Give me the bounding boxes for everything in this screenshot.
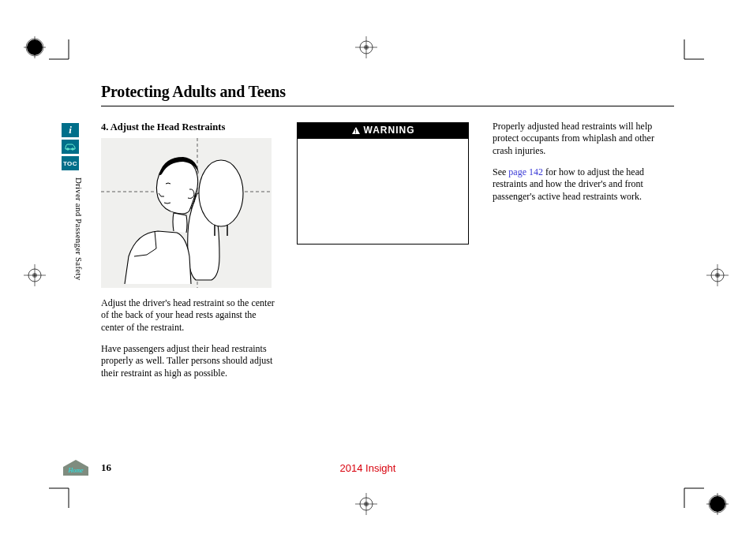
column-2: ! WARNING (297, 121, 475, 389)
svg-point-29 (709, 495, 726, 513)
body-text-fragment: See (493, 166, 508, 177)
svg-point-37 (199, 160, 243, 226)
warning-box: ! WARNING (297, 122, 469, 245)
page-title: Protecting Adults and Teens (101, 83, 674, 106)
body-text: Adjust the driver's head restraint so th… (101, 297, 279, 334)
svg-point-1 (26, 39, 43, 56)
svg-point-13 (32, 273, 37, 278)
body-text: Have passengers adjust their head restra… (101, 343, 279, 379)
document-label: 2014 Insight (340, 462, 396, 474)
crop-mark-icon (49, 39, 77, 68)
sidebar-nav: i TOC (62, 123, 79, 170)
svg-point-23 (364, 502, 369, 506)
page-reference-link[interactable]: page 142 (508, 166, 543, 177)
registration-mark-icon (706, 493, 725, 512)
svg-point-17 (715, 273, 720, 278)
svg-point-12 (28, 269, 41, 282)
svg-point-0 (27, 39, 43, 55)
home-label: Home (67, 467, 84, 474)
crop-mark-icon (676, 39, 704, 68)
crop-mark-icon (676, 480, 704, 508)
car-icon-button[interactable] (62, 140, 79, 154)
body-text: See page 142 for how to adjust the head … (493, 166, 671, 203)
toc-label: TOC (63, 160, 77, 167)
registration-mark-icon (24, 264, 43, 283)
svg-text:!: ! (354, 129, 357, 134)
step-heading: 4. Adjust the Head Restraints (101, 121, 279, 133)
svg-point-22 (360, 498, 373, 510)
column-3: Properly adjusted head restraints will h… (493, 121, 671, 389)
crop-mark-icon (49, 480, 77, 508)
svg-point-6 (360, 41, 373, 54)
info-icon: i (69, 124, 72, 136)
svg-point-28 (710, 496, 725, 512)
page-content: Protecting Adults and Teens 4. Adjust th… (101, 83, 674, 389)
info-button[interactable]: i (62, 123, 79, 137)
warning-triangle-icon: ! (351, 126, 361, 136)
svg-point-7 (364, 45, 369, 50)
car-icon (64, 143, 77, 151)
registration-mark-icon (355, 36, 374, 55)
registration-mark-icon (355, 493, 374, 512)
page-footer: Home 16 2014 Insight (62, 459, 674, 476)
registration-mark-icon (24, 36, 43, 55)
page-number: 16 (101, 461, 111, 474)
home-button[interactable]: Home (62, 459, 90, 476)
section-label: Driver and Passenger Safety (73, 177, 84, 335)
svg-point-16 (711, 269, 724, 282)
registration-mark-icon (706, 264, 725, 283)
warning-header: ! WARNING (298, 123, 468, 139)
warning-label: WARNING (364, 125, 415, 136)
body-text: Properly adjusted head restraints will h… (493, 121, 671, 157)
head-restraint-illustration (101, 138, 272, 288)
toc-button[interactable]: TOC (62, 156, 79, 170)
column-1: 4. Adjust the Head Restraints (101, 121, 279, 389)
